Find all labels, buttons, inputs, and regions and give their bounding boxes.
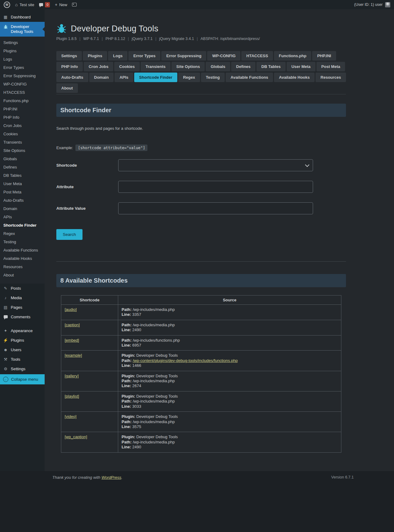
sidebar-item-pages[interactable]: ▤Pages [0,303,45,312]
sidebar-item-media[interactable]: ♪Media [0,293,45,303]
site-menu[interactable]: ⌂Test site [15,2,34,7]
sidebar-item-error-types[interactable]: Error Types [0,63,45,72]
sidebar-item-regex[interactable]: Regex [0,229,45,238]
sidebar-item-transients[interactable]: Transients [0,138,45,146]
tab-error-suppressing[interactable]: Error Suppressing [161,51,206,61]
tab-error-types[interactable]: Error Types [128,51,160,61]
sidebar-item-resources[interactable]: Resources [0,263,45,271]
tab-cron-jobs[interactable]: Cron Jobs [84,62,113,71]
sidebar-item-shortcode-finder[interactable]: Shortcode Finder [0,221,45,229]
sidebar-item-cookies[interactable]: Cookies [0,130,45,138]
line-label: Line: [122,383,131,388]
sidebar-item-about[interactable]: About [0,271,45,279]
tab-about[interactable]: About [56,83,78,93]
sidebar-item-post-meta[interactable]: Post Meta [0,188,45,196]
sidebar-item-plugins[interactable]: Plugins [0,47,45,55]
attribute-value-input[interactable] [118,202,313,214]
tab-regex[interactable]: Regex [178,73,200,82]
shortcode-field-label: Shortcode [56,163,118,168]
sidebar-item-developer-debug-tools[interactable]: Developer Debug Tools [0,22,45,37]
tab-testing[interactable]: Testing [201,73,225,82]
wordpress-menu[interactable]: W [4,2,10,8]
monitor-icon[interactable] [72,3,77,6]
sidebar-item-defines[interactable]: Defines [0,163,45,171]
sidebar-item-settings-core[interactable]: ⚙Settings [0,364,45,374]
tab-php-info[interactable]: PHP Info [56,62,83,71]
user-account-label[interactable]: (User ID: 1) user [354,2,383,7]
sidebar-item-tools[interactable]: ⚒Tools [0,355,45,364]
tab-settings[interactable]: Settings [56,51,82,61]
tab-functions-php[interactable]: Functions.php [274,51,312,61]
tab-cookies[interactable]: Cookies [114,62,140,71]
tab-domain[interactable]: Domain [89,73,114,82]
comments-menu[interactable]: 0 [39,2,50,7]
attribute-input[interactable] [118,181,313,193]
line-value: 3033 [132,404,141,409]
new-menu[interactable]: +New [55,2,67,7]
sidebar-item-functions-php[interactable]: Functions.php [0,97,45,105]
sidebar-item-settings[interactable]: Settings [0,38,45,47]
table-row-gallery: [gallery] Plugin: Developer Debug Tools … [61,371,341,391]
sidebar-item-testing[interactable]: Testing [0,238,45,246]
collapse-menu-button[interactable]: ←Collapse menu [0,374,45,384]
shortcode-link[interactable]: [wp_caption] [65,435,87,439]
tab-logs[interactable]: Logs [108,51,127,61]
line-value: 2490 [132,328,141,332]
line-value: 1466 [132,363,141,368]
sidebar-item-php-info[interactable]: PHP Info [0,113,45,121]
sidebar-item-globals[interactable]: Globals [0,155,45,163]
tab-php-ini[interactable]: PHP.INI [312,51,336,61]
sidebar-item-wp-config[interactable]: WP-CONFIG [0,80,45,88]
tab-resources[interactable]: Resources [316,73,346,82]
shortcode-link[interactable]: [caption] [65,323,80,327]
sidebar-item-error-suppressing[interactable]: Error Suppressing [0,72,45,80]
tab-transients[interactable]: Transients [141,62,171,71]
tab-plugins[interactable]: Plugins [83,51,107,61]
sidebar-item-auto-drafts[interactable]: Auto-Drafts [0,196,45,204]
tab-site-options[interactable]: Site Options [171,62,205,71]
sidebar-item-logs[interactable]: Logs [0,55,45,63]
example-code: [shortcode attribute="value"] [75,145,147,151]
tab-available-hooks[interactable]: Available Hooks [274,73,315,82]
avatar[interactable] [385,2,390,7]
wordpress-link[interactable]: WordPress [102,475,121,480]
column-header-source: Source [118,296,341,305]
sidebar-item-posts[interactable]: ✎Posts [0,284,45,293]
sidebar-item-users[interactable]: ☻Users [0,345,45,355]
sidebar-item-cron-jobs[interactable]: Cron Jobs [0,121,45,130]
tab-wp-config[interactable]: WP-CONFIG [207,51,240,61]
shortcode-link[interactable]: [audio] [65,307,77,312]
sidebar-item-comments[interactable]: Comments [0,312,45,322]
sidebar-item-appearance[interactable]: ✦Appearance [0,326,45,335]
sidebar-item-domain[interactable]: Domain [0,204,45,213]
path-link[interactable]: /wp-content/plugins/dev-debug-tools/incl… [133,358,238,363]
tab-apis[interactable]: APIs [115,73,133,82]
tab-available-functions[interactable]: Available Functions [226,73,273,82]
tab-user-meta[interactable]: User Meta [287,62,316,71]
sidebar-item-available-functions[interactable]: Available Functions [0,246,45,254]
sidebar-item-dashboard[interactable]: ▦Dashboard [0,12,45,22]
shortcode-link[interactable]: [video] [65,414,76,419]
tab-globals[interactable]: Globals [206,62,230,71]
sidebar-item-php-ini[interactable]: PHP.INI [0,105,45,113]
tab-post-meta[interactable]: Post Meta [316,62,345,71]
tab-shortcode-finder[interactable]: Shortcode Finder [134,73,177,82]
tab-defines[interactable]: Defines [231,62,255,71]
tab-htaccess[interactable]: HTACCESS [241,51,273,61]
search-button[interactable]: Search [56,229,82,240]
shortcode-link[interactable]: [example] [65,353,82,358]
sidebar-item-plugins-core[interactable]: ⚡Plugins [0,335,45,345]
sidebar-item-available-hooks[interactable]: Available Hooks [0,254,45,263]
tab-auto-drafts[interactable]: Auto-Drafts [56,73,88,82]
sidebar-item-user-meta[interactable]: User Meta [0,180,45,188]
sidebar-item-htaccess[interactable]: HTACCESS [0,88,45,97]
tab-db-tables[interactable]: DB Tables [256,62,286,71]
sidebar-item-db-tables[interactable]: DB Tables [0,171,45,180]
shortcode-link[interactable]: [playlist] [65,394,79,399]
shortcode-link[interactable]: [embed] [65,338,79,343]
shortcode-link[interactable]: [gallery] [65,374,79,378]
sidebar-item-site-options[interactable]: Site Options [0,146,45,155]
shortcode-select[interactable] [118,159,313,171]
path-value: /wp-includes/media.php [133,379,175,383]
sidebar-item-apis[interactable]: APIs [0,213,45,221]
